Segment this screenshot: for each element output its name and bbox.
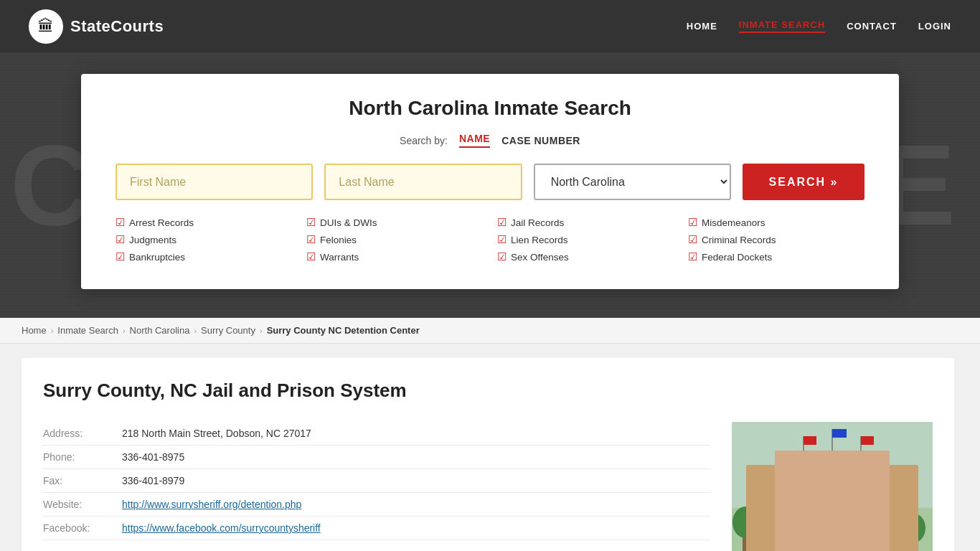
breadcrumb-sep-4: › <box>260 326 263 335</box>
checkbox-icon-misdemeanors: ☑ <box>688 216 697 229</box>
check-label-jail: Jail Records <box>511 217 564 228</box>
nav-home[interactable]: HOME <box>687 21 717 32</box>
checkbox-icon-felonies: ☑ <box>306 233 316 246</box>
logo-icon: 🏛 <box>29 9 63 44</box>
svg-rect-7 <box>793 490 811 512</box>
svg-rect-3 <box>782 451 882 551</box>
label-phone: Phone: <box>43 451 122 463</box>
check-felonies: ☑ Felonies <box>306 233 483 246</box>
check-arrest-records: ☑ Arrest Records <box>116 216 292 229</box>
info-row-website: Website: http://www.surrysheriff.org/det… <box>43 493 710 517</box>
checkbox-icon-sex-offenses: ☑ <box>497 250 507 263</box>
search-inputs-row: North Carolina Alabama Alaska Arizona Ar… <box>116 164 864 200</box>
info-row-phone: Phone: 336-401-8975 <box>43 446 710 469</box>
search-card: North Carolina Inmate Search Search by: … <box>81 74 899 289</box>
search-card-title: North Carolina Inmate Search <box>116 97 864 120</box>
svg-rect-10 <box>793 519 811 540</box>
breadcrumb-inmate-search[interactable]: Inmate Search <box>57 325 118 336</box>
value-phone: 336-401-8975 <box>122 451 184 463</box>
svg-rect-8 <box>824 490 842 512</box>
checkbox-icon-criminal: ☑ <box>688 233 697 246</box>
breadcrumb-sep-3: › <box>194 326 197 335</box>
value-website[interactable]: http://www.surrysheriff.org/detention.ph… <box>122 499 301 510</box>
check-judgments: ☑ Judgments <box>116 233 292 246</box>
label-address: Address: <box>43 428 122 439</box>
logo-text: StateCourts <box>70 17 164 36</box>
check-sex-offenses: ☑ Sex Offenses <box>497 250 674 263</box>
check-label-bankruptcies: Bankruptcies <box>129 252 185 263</box>
checkbox-icon-bankruptcies: ☑ <box>116 250 125 263</box>
check-label-arrest: Arrest Records <box>129 217 194 228</box>
check-label-felonies: Felonies <box>320 235 357 245</box>
site-header: 🏛 StateCourts HOME INMATE SEARCH CONTACT… <box>0 0 980 52</box>
nav-login[interactable]: LOGIN <box>918 21 951 32</box>
search-by-row: Search by: NAME CASE NUMBER <box>116 133 864 148</box>
svg-rect-16 <box>804 436 816 445</box>
svg-rect-2 <box>760 465 904 551</box>
svg-rect-6 <box>854 461 872 483</box>
tab-name[interactable]: NAME <box>459 133 490 148</box>
info-row-facebook: Facebook: https://www.facebook.com/surry… <box>43 517 710 540</box>
breadcrumb-current: Surry County NC Detention Center <box>267 325 420 336</box>
checkbox-icon-arrest: ☑ <box>116 216 125 229</box>
last-name-input[interactable] <box>324 164 522 200</box>
svg-rect-9 <box>854 490 872 512</box>
check-label-federal: Federal Dockets <box>702 252 772 263</box>
breadcrumb-sep-1: › <box>51 326 54 335</box>
check-label-sex-offenses: Sex Offenses <box>511 252 569 263</box>
value-address: 218 North Main Street, Dobson, NC 27017 <box>122 428 311 439</box>
check-bankruptcies: ☑ Bankruptcies <box>116 250 292 263</box>
check-duis-dwis: ☑ DUIs & DWIs <box>306 216 483 229</box>
value-facebook[interactable]: https://www.facebook.com/surrycountysher… <box>122 522 321 534</box>
first-name-input[interactable] <box>116 164 313 200</box>
logo-area[interactable]: 🏛 StateCourts <box>29 9 164 44</box>
nav-contact[interactable]: CONTACT <box>847 21 897 32</box>
label-fax: Fax: <box>43 475 122 486</box>
info-row-fax: Fax: 336-401-8979 <box>43 469 710 493</box>
checkbox-icon-federal: ☑ <box>688 250 697 263</box>
breadcrumb-surry-county[interactable]: Surry County <box>201 325 255 336</box>
building-image <box>732 422 933 551</box>
content-title: Surry County, NC Jail and Prison System <box>43 380 933 402</box>
nav-inmate-search[interactable]: INMATE SEARCH <box>739 19 825 33</box>
checkbox-icon-warrants: ☑ <box>306 250 316 263</box>
svg-rect-12 <box>818 533 847 551</box>
check-misdemeanors: ☑ Misdemeanors <box>688 216 864 229</box>
check-label-duis: DUIs & DWIs <box>320 217 377 228</box>
checkbox-icon-jail: ☑ <box>497 216 507 229</box>
breadcrumb-home[interactable]: Home <box>22 325 47 336</box>
checks-grid: ☑ Arrest Records ☑ DUIs & DWIs ☑ Jail Re… <box>116 216 864 263</box>
info-row-address: Address: 218 North Main Street, Dobson, … <box>43 422 710 446</box>
check-label-warrants: Warrants <box>320 252 359 263</box>
content-card: Surry County, NC Jail and Prison System … <box>22 358 954 551</box>
svg-rect-5 <box>824 461 842 483</box>
check-label-judgments: Judgments <box>129 235 176 245</box>
hero-section: COURTHOUSE North Carolina Inmate Search … <box>0 52 980 318</box>
svg-rect-18 <box>861 436 874 445</box>
check-label-misdemeanors: Misdemeanors <box>702 217 765 228</box>
state-select[interactable]: North Carolina Alabama Alaska Arizona Ar… <box>534 164 731 200</box>
svg-rect-11 <box>854 519 872 540</box>
checkbox-icon-duis: ☑ <box>306 216 316 229</box>
check-lien-records: ☑ Lien Records <box>497 233 674 246</box>
check-warrants: ☑ Warrants <box>306 250 483 263</box>
svg-rect-4 <box>793 461 811 483</box>
svg-point-22 <box>903 514 925 542</box>
breadcrumb-north-carolina[interactable]: North Carolina <box>130 325 190 336</box>
svg-rect-17 <box>832 429 847 438</box>
info-section: Address: 218 North Main Street, Dobson, … <box>43 422 710 551</box>
svg-point-20 <box>732 507 758 538</box>
label-facebook: Facebook: <box>43 522 122 534</box>
check-federal-dockets: ☑ Federal Dockets <box>688 250 864 263</box>
tab-case-number[interactable]: CASE NUMBER <box>501 135 580 146</box>
check-criminal-records: ☑ Criminal Records <box>688 233 864 246</box>
checkbox-icon-lien: ☑ <box>497 233 507 246</box>
check-label-criminal: Criminal Records <box>702 235 776 245</box>
check-label-lien: Lien Records <box>511 235 568 245</box>
label-website: Website: <box>43 499 122 510</box>
main-content: Surry County, NC Jail and Prison System … <box>0 344 980 551</box>
value-fax: 336-401-8979 <box>122 475 184 486</box>
search-button[interactable]: SEARCH » <box>743 164 864 200</box>
check-jail-records: ☑ Jail Records <box>497 216 674 229</box>
main-nav: HOME INMATE SEARCH CONTACT LOGIN <box>687 19 951 33</box>
